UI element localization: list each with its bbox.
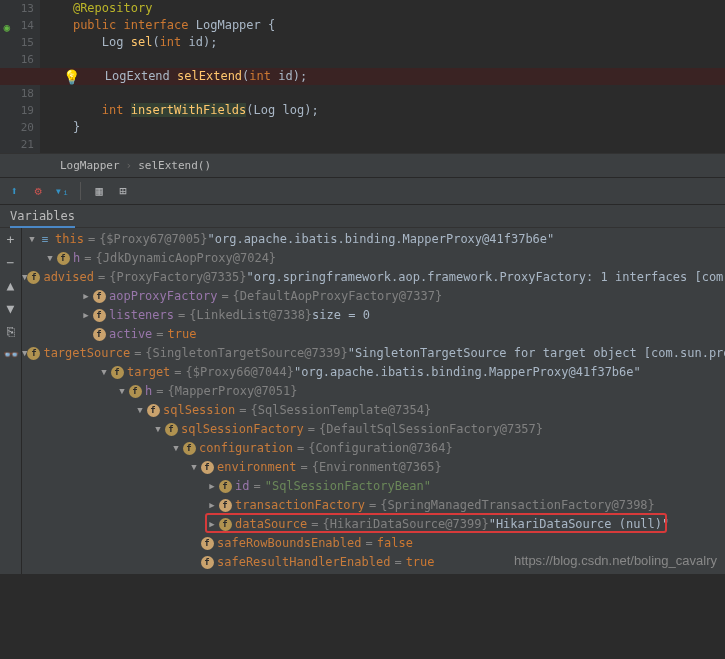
expand-icon[interactable]: ▼ xyxy=(44,249,56,268)
grid-icon[interactable]: ▦ xyxy=(91,183,107,199)
tree-node[interactable]: ▶fid="SqlSessionFactoryBean" xyxy=(22,477,725,496)
breadcrumb-separator: › xyxy=(126,159,133,172)
tree-node[interactable]: ▼fadvised={ProxyFactory@7335} "org.sprin… xyxy=(22,268,725,287)
collapse-icon[interactable]: ▶ xyxy=(80,287,92,306)
intention-bulb-icon[interactable]: 💡 xyxy=(63,69,80,86)
tree-node[interactable]: ▼fconfiguration={Configuration@7364} xyxy=(22,439,725,458)
tree-node[interactable]: ▼fsqlSessionFactory={DefaultSqlSessionFa… xyxy=(22,420,725,439)
copy-icon[interactable]: ⎘ xyxy=(7,324,15,339)
breadcrumb-item[interactable]: LogMapper xyxy=(60,159,120,172)
line-number: 16 xyxy=(0,51,34,68)
glasses-icon[interactable]: 👓 xyxy=(3,347,19,362)
collapse-icon[interactable]: ▶ xyxy=(80,306,92,325)
tree-node[interactable]: ▼fh={MapperProxy@7051} xyxy=(22,382,725,401)
variables-tree[interactable]: ▼≡this={$Proxy67@7005} "org.apache.ibati… xyxy=(22,228,725,574)
separator xyxy=(80,182,81,200)
expand-icon[interactable]: ⊞ xyxy=(115,183,131,199)
tree-node[interactable]: ▼ftarget={$Proxy66@7044} "org.apache.iba… xyxy=(22,363,725,382)
tree-node[interactable]: fsafeRowBoundsEnabled=false xyxy=(22,534,725,553)
debug-toolbar: ⬆ ⚙ ▾ᵢ ▦ ⊞ xyxy=(0,178,725,205)
breadcrumb[interactable]: LogMapper›selExtend() xyxy=(0,153,725,177)
tree-node[interactable]: ▶flisteners={LinkedList@7338} size = 0 xyxy=(22,306,725,325)
expand-icon[interactable]: ▼ xyxy=(170,439,182,458)
up-icon[interactable]: ▲ xyxy=(7,278,15,293)
line-number: 18 xyxy=(0,85,34,102)
remove-watch-icon[interactable]: − xyxy=(7,255,15,270)
line-number: 15 xyxy=(0,34,34,51)
code-content[interactable]: @Repository public interface LogMapper {… xyxy=(44,0,725,153)
tree-node[interactable]: ▼fsqlSession={SqlSessionTemplate@7354} xyxy=(22,401,725,420)
breadcrumb-item[interactable]: selExtend() xyxy=(138,159,211,172)
variables-tab[interactable]: Variables xyxy=(0,205,725,228)
code-editor[interactable]: 13 14◉ 15 16 17 18 19 20 21 @Repository … xyxy=(0,0,725,153)
line-number: 20 xyxy=(0,119,34,136)
run-icon[interactable]: ◉ xyxy=(0,19,10,31)
tree-node[interactable]: ▼fenvironment={Environment@7365} xyxy=(22,458,725,477)
expand-icon[interactable]: ▼ xyxy=(116,382,128,401)
tree-node[interactable]: factive=true xyxy=(22,325,725,344)
restore-layout-icon[interactable]: ⬆ xyxy=(6,183,22,199)
line-number: 13 xyxy=(0,0,34,17)
expand-icon[interactable]: ▼ xyxy=(26,230,38,249)
tree-node[interactable]: ▼fh={JdkDynamicAopProxy@7024} xyxy=(22,249,725,268)
tree-node[interactable]: ▶faopProxyFactory={DefaultAopProxyFactor… xyxy=(22,287,725,306)
line-number: 21 xyxy=(0,136,34,153)
annotation: @Repository xyxy=(73,1,152,15)
watermark: https://blog.csdn.net/boling_cavalry xyxy=(514,553,717,568)
line-number: 14◉ xyxy=(0,17,34,34)
expand-icon[interactable]: ▼ xyxy=(188,458,200,477)
down-icon[interactable]: ▼ xyxy=(7,301,15,316)
highlight-box xyxy=(205,513,667,533)
expand-icon[interactable]: ▼ xyxy=(98,363,110,382)
expand-icon[interactable]: ▼ xyxy=(134,401,146,420)
tree-node-this[interactable]: ▼≡this={$Proxy67@7005} "org.apache.ibati… xyxy=(22,230,725,249)
settings-icon[interactable]: ⚙ xyxy=(30,183,46,199)
debug-panel: ⬆ ⚙ ▾ᵢ ▦ ⊞ Variables + − ▲ ▼ ⎘ 👓 ▼≡this=… xyxy=(0,177,725,574)
collapse-icon[interactable]: ▶ xyxy=(206,477,218,496)
add-watch-icon[interactable]: + xyxy=(7,232,15,247)
filter-icon[interactable]: ▾ᵢ xyxy=(54,183,70,199)
expand-icon[interactable]: ▼ xyxy=(152,420,164,439)
tree-node[interactable]: ▼ftargetSource={SingletonTargetSource@73… xyxy=(22,344,725,363)
variables-sidebar: + − ▲ ▼ ⎘ 👓 xyxy=(0,228,22,574)
line-number: 19 xyxy=(0,102,34,119)
